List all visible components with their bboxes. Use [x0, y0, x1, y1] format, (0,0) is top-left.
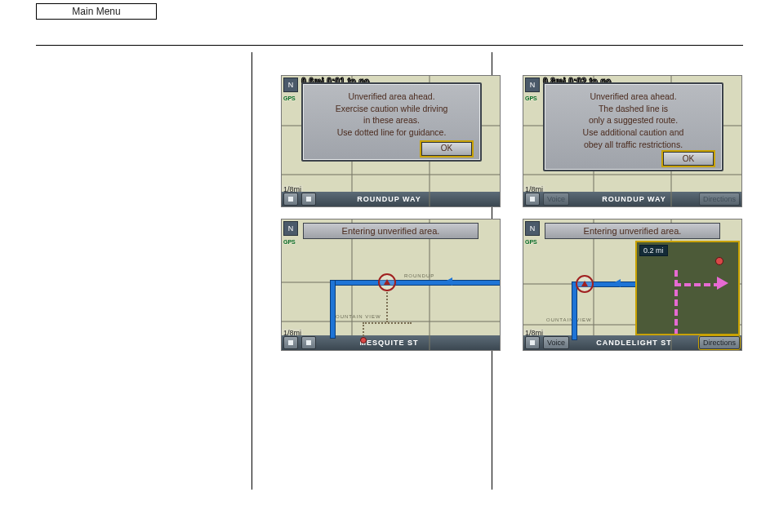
bottom-bar: ROUNDUP WAY	[282, 192, 500, 206]
current-street: ROUNDUP WAY	[318, 195, 461, 203]
gps-badge: GPS	[523, 95, 537, 101]
current-street: MESQUITE ST	[318, 339, 461, 347]
dialog-line: The dashed line is	[553, 103, 714, 115]
turn-distance: 0.2 mi	[639, 245, 668, 256]
directions-button[interactable]: Directions	[699, 336, 740, 349]
ok-button[interactable]: OK	[421, 142, 472, 156]
nav-screenshot-dotted-route: N GPS Entering unverified area. ROUNDUP …	[281, 219, 501, 351]
icon-button[interactable]	[283, 193, 298, 206]
vehicle-marker-icon	[378, 273, 396, 291]
entering-unverified-banner: Entering unverified area.	[303, 223, 479, 239]
voice-button[interactable]: Voice	[543, 336, 569, 349]
column-divider	[252, 52, 252, 490]
destination-dot-icon	[360, 337, 367, 344]
entering-unverified-banner: Entering unverified area.	[545, 223, 720, 239]
compass-icon: N	[283, 78, 298, 92]
street-label: MOUNTAIN VIEW	[331, 314, 381, 319]
dialog-line: obey all traffic restrictions.	[553, 139, 714, 151]
ok-button[interactable]: OK	[663, 152, 714, 166]
turn-preview: 0.2 mi	[635, 241, 740, 335]
voice-button[interactable]: Voice	[543, 193, 569, 206]
street-label: OUNTAIN VIEW	[546, 317, 592, 322]
caution-dialog: Unverified area ahead. Exercise caution …	[301, 82, 482, 162]
compass-icon: N	[525, 221, 540, 236]
dialog-line: Exercise caution while driving	[311, 103, 472, 115]
bottom-bar: Voice CANDLELIGHT ST Directions	[523, 335, 741, 350]
caution-dialog: Unverified area ahead. The dashed line i…	[543, 82, 723, 171]
current-street: CANDLELIGHT ST	[571, 339, 697, 347]
vehicle-marker-icon	[576, 275, 594, 293]
turn-arrow-icon	[717, 277, 728, 290]
dialog-line: Use dotted line for guidance.	[311, 126, 472, 139]
current-street: ROUNDUP WAY	[571, 195, 697, 203]
icon-button[interactable]	[301, 336, 316, 349]
dialog-line: Use additional caution and	[553, 126, 714, 139]
street-label: ROUNDUP	[404, 273, 434, 278]
icon-button[interactable]	[301, 193, 316, 206]
destination-dot-icon	[715, 257, 723, 265]
icon-button[interactable]	[525, 336, 540, 349]
horizontal-rule	[36, 45, 743, 46]
dialog-line: in these areas.	[311, 114, 472, 126]
icon-button[interactable]	[525, 193, 540, 206]
gps-badge: GPS	[281, 95, 296, 101]
main-menu-label: Main Menu	[72, 6, 120, 17]
compass-icon: N	[525, 78, 540, 92]
nav-screenshot-dashed-route: N GPS Entering unverified area. OUNTAIN …	[523, 219, 742, 351]
compass-icon: N	[283, 221, 298, 236]
dialog-line: Unverified area ahead.	[553, 91, 714, 103]
gps-badge: GPS	[523, 239, 537, 245]
dialog-line: only a suggested route.	[553, 114, 714, 126]
main-menu-button[interactable]: Main Menu	[36, 3, 157, 20]
gps-badge: GPS	[281, 239, 296, 245]
icon-button[interactable]	[283, 336, 298, 349]
dialog-line: Unverified area ahead.	[311, 91, 472, 103]
nav-screenshot-caution-dashed: N GPS 0.8mi 0:02 to go Unverified area a…	[523, 75, 742, 207]
bottom-bar: Voice ROUNDUP WAY Directions	[523, 192, 741, 206]
directions-button[interactable]: Directions	[699, 193, 740, 206]
bottom-bar: MESQUITE ST	[282, 335, 500, 350]
nav-screenshot-caution-dotted: N GPS 0.6mi 0:01 to go Unverified area a…	[281, 75, 501, 207]
